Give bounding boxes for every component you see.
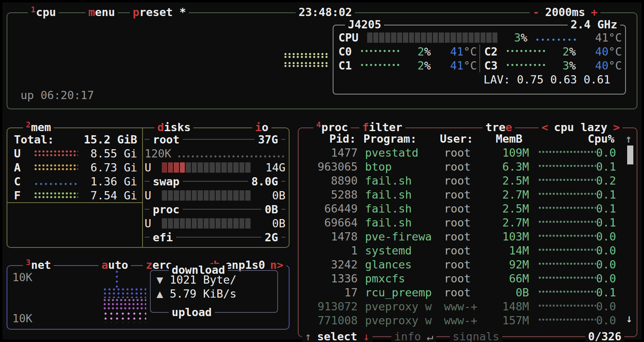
process-mem: 2.5M	[491, 202, 529, 215]
meter-block	[162, 162, 167, 173]
disk-section-row: root37G	[145, 132, 285, 146]
process-user: root	[444, 286, 491, 299]
process-program: pveproxy w	[358, 300, 444, 313]
process-row[interactable]: 3242glancesroot92M0.0	[304, 257, 633, 271]
process-cpu-graph	[538, 220, 596, 225]
column-header-cpu[interactable]: Cpu%	[588, 132, 625, 145]
process-program: systemd	[358, 244, 444, 257]
mem-usage-graph	[34, 150, 78, 157]
process-row[interactable]: 1478pve-firewaroot103M0.0	[304, 229, 633, 243]
process-row[interactable]: 8890fail.shroot2.5M0.2	[304, 173, 633, 187]
mem-row: C1.36 Gi	[14, 174, 140, 188]
process-program: pve-firewa	[358, 230, 444, 243]
scroll-down-icon[interactable]: ↓	[626, 312, 632, 325]
process-row[interactable]: 913072pveproxy wwww-+148M0.0	[304, 299, 633, 313]
interval-increase-button[interactable]: +	[591, 6, 598, 18]
enter-key-icon: ↵	[427, 330, 433, 342]
process-pid: 69664	[304, 216, 358, 229]
io-title[interactable]: io	[252, 121, 271, 134]
disk-used-value: 0B	[251, 189, 286, 202]
scroll-up-icon[interactable]: ↑	[625, 132, 633, 145]
meter-block	[433, 32, 438, 43]
process-row[interactable]: 1systemdroot14M0.0	[304, 243, 633, 257]
mem-bottom-divider	[7, 202, 142, 203]
process-cpu-graph	[538, 275, 596, 281]
cpu-history-graph	[283, 62, 328, 67]
core-temp: 40°C	[576, 45, 622, 58]
process-cpu-graph	[538, 261, 596, 267]
disk-used-label: U	[145, 189, 162, 202]
process-mem: 2.5M	[491, 174, 529, 187]
process-user: www-+	[444, 300, 491, 313]
cpu-core-row: C1 2% 41°C C3 3% 40°C	[338, 58, 622, 72]
meter-block	[198, 162, 203, 173]
column-header-pid[interactable]: Pid:	[304, 132, 356, 145]
process-program: rcu_preemp	[358, 286, 444, 299]
proc-select-control[interactable]: ↑select↓	[302, 330, 373, 342]
net-download-graph	[103, 287, 146, 298]
select-up-icon[interactable]: ↑	[305, 330, 311, 342]
meter-block	[174, 162, 179, 173]
process-cpu-graph	[538, 233, 596, 239]
mem-box-title[interactable]: 2mem	[23, 121, 54, 134]
process-row[interactable]: 17rcu_preemproot0B0.1	[304, 285, 633, 299]
process-cpu-graph	[538, 150, 596, 155]
meter-block	[204, 162, 209, 173]
process-row[interactable]: 69664fail.shroot2.7M0.1	[304, 215, 633, 229]
interval-value: 2000ms	[545, 6, 585, 18]
meter-block	[168, 190, 173, 201]
mem-row-value: 8.55 Gi	[78, 147, 137, 160]
process-mem: 6.3M	[491, 160, 529, 173]
process-row[interactable]: 1336pmxcfsroot66M0.0	[304, 271, 633, 285]
core-graph	[506, 63, 547, 68]
meter-block	[469, 32, 474, 43]
meter-block	[192, 190, 197, 201]
meter-block	[180, 162, 185, 173]
disks-title[interactable]: disks	[154, 121, 193, 134]
meter-block	[421, 32, 426, 43]
process-cpu: 0.0	[596, 300, 633, 313]
process-mem: 148M	[491, 300, 529, 313]
process-row[interactable]: 963065btoproot6.3M0.1	[304, 159, 633, 173]
meter-block	[180, 190, 185, 201]
process-row[interactable]: 1477pvestatdroot109M0.0	[304, 146, 633, 159]
process-pid: 5288	[304, 188, 358, 201]
uptime: up 06:20:17	[21, 89, 94, 102]
meter-block	[379, 32, 384, 43]
column-header-program[interactable]: Program:	[356, 132, 440, 145]
disk-used-meter	[162, 162, 251, 173]
proc-info-button[interactable]: info↵	[391, 330, 436, 342]
select-down-icon[interactable]: ↓	[363, 330, 370, 342]
process-program: pmxcfs	[358, 272, 444, 285]
clock: 23:48:02	[296, 6, 355, 18]
process-cpu-graph	[538, 317, 596, 323]
core-temp: 40°C	[576, 59, 622, 72]
meter-block	[186, 190, 191, 201]
proc-scrollbar[interactable]	[627, 146, 633, 164]
mem-row-label: A	[14, 161, 34, 174]
meter-block	[198, 218, 203, 229]
meter-block	[233, 162, 239, 173]
disk-io-row: 120K	[145, 146, 285, 160]
proc-signals-button[interactable]: signals	[450, 330, 502, 342]
column-header-user[interactable]: User:	[440, 132, 485, 145]
process-row[interactable]: 5288fail.shroot2.7M0.1	[304, 187, 633, 201]
process-row[interactable]: 771008pveproxy wwww-+157M0.0	[304, 313, 633, 327]
menu-button[interactable]: menu	[85, 6, 118, 18]
meter-block	[439, 32, 444, 43]
process-mem: 103M	[491, 230, 529, 243]
column-header-mem[interactable]: MemB	[485, 132, 522, 145]
meter-block	[245, 190, 251, 201]
process-program: fail.sh	[358, 174, 444, 187]
cpu-box-title[interactable]: 1cpu	[28, 6, 59, 18]
net-box-title[interactable]: 3net	[23, 259, 54, 271]
preset-button[interactable]: preset *	[130, 6, 189, 18]
process-pid: 1478	[304, 230, 358, 243]
process-cpu: 0.0	[596, 244, 633, 257]
core-label: C0	[338, 45, 360, 58]
upload-speed: ▲ 5.79 KiB/s	[156, 287, 274, 300]
process-row[interactable]: 66449fail.shroot2.5M0.1	[304, 201, 633, 215]
meter-block	[245, 162, 251, 173]
net-scale-bottom: 10K	[12, 312, 32, 325]
interval-decrease-button[interactable]: -	[533, 6, 539, 18]
